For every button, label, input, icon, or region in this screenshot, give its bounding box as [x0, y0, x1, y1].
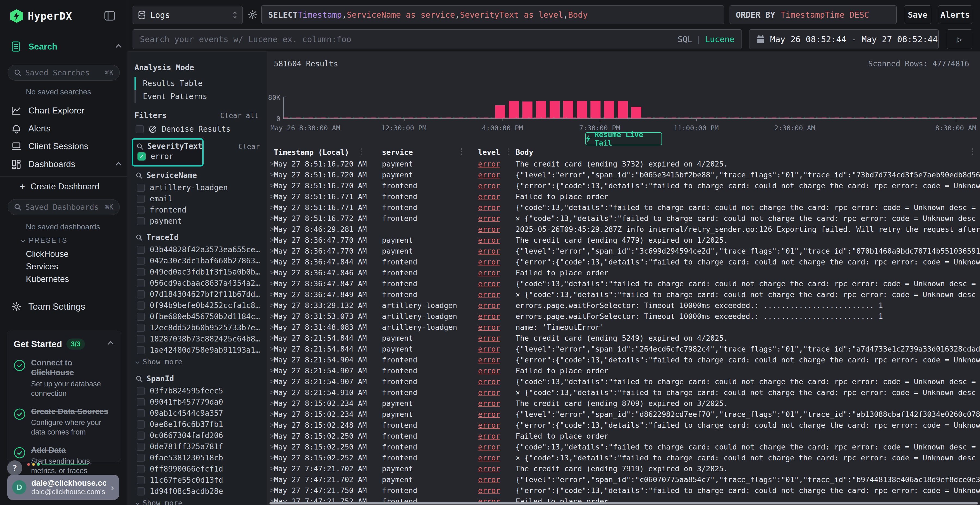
table-row[interactable]: >May 27 8:51:16.772 AMfrontenderror× {"c…	[267, 213, 980, 224]
sql-select-input[interactable]: SELECT Timestamp, ServiceName as service…	[261, 5, 724, 24]
row-expand-chevron[interactable]: >	[270, 454, 274, 462]
table-row[interactable]: >May 27 8:21:54.844 AMpaymenterrorThe cr…	[267, 332, 980, 343]
row-expand-chevron[interactable]: >	[270, 291, 274, 298]
filter-option[interactable]: email	[135, 193, 264, 204]
checkbox-unchecked[interactable]	[137, 217, 145, 225]
sidebar-item-kubernetes[interactable]: Kubernetes	[26, 274, 69, 284]
checkbox-unchecked[interactable]	[137, 195, 145, 203]
filter-option[interactable]: 0c0667304fafd206	[135, 430, 264, 441]
filter-option[interactable]: 0ff8990066efcf1d	[135, 464, 264, 475]
table-row[interactable]: >May 27 8:51:16.720 AMpaymenterror{"leve…	[267, 169, 980, 180]
chevron-up-icon[interactable]	[108, 341, 113, 347]
checkbox-unchecked[interactable]	[137, 268, 145, 276]
filter-option[interactable]: 0fbe680eb456750b2d1184c…	[135, 311, 264, 322]
show-more-button[interactable]: Show more	[135, 497, 264, 505]
severity-clear-button[interactable]: Clear	[239, 143, 260, 151]
row-expand-chevron[interactable]: >	[270, 497, 274, 502]
table-row[interactable]: >May 27 8:51:16.720 AMpaymenterrorThe cr…	[267, 158, 980, 169]
filter-option[interactable]: 1ae42480d758e9ab91193a1…	[135, 345, 264, 356]
alerts-button[interactable]: Alerts	[938, 5, 972, 24]
filter-option[interactable]: 03b44828f42a3573ea655ce…	[135, 244, 264, 255]
row-expand-chevron[interactable]: >	[270, 203, 274, 211]
checkbox-unchecked[interactable]	[137, 387, 145, 395]
row-expand-chevron[interactable]: >	[270, 160, 274, 168]
row-expand-chevron[interactable]: >	[270, 182, 274, 189]
help-button[interactable]: ?	[7, 461, 22, 476]
checkbox-checked[interactable]: ✓	[137, 152, 146, 160]
table-row[interactable]: >May 27 8:15:02.250 AMfrontenderror{"cod…	[267, 441, 980, 452]
row-expand-chevron[interactable]: >	[270, 269, 274, 276]
row-expand-chevron[interactable]: >	[270, 302, 274, 309]
filter-option[interactable]: 07d184304627bf2f11b67dd…	[135, 289, 264, 300]
tab-event-patterns[interactable]: Event Patterns	[134, 90, 207, 103]
table-row[interactable]: >May 27 8:36:47.846 AMfrontenderrorFaile…	[267, 267, 980, 278]
filter-group-title[interactable]: SeverityText	[147, 142, 202, 151]
checkbox-unchecked[interactable]	[137, 454, 145, 462]
checkbox-unchecked[interactable]	[137, 409, 145, 418]
filter-option[interactable]: 09041fb457779da0	[135, 397, 264, 408]
checkbox-unchecked[interactable]	[137, 206, 145, 214]
denoise-results-toggle[interactable]: Denoise Results	[135, 125, 231, 133]
row-expand-chevron[interactable]: >	[270, 465, 274, 472]
source-settings-gear-icon[interactable]	[245, 6, 260, 23]
table-row[interactable]: >May 27 8:15:02.248 AMfrontenderror{"err…	[267, 419, 980, 430]
column-header-body[interactable]: Body	[515, 148, 533, 156]
table-row[interactable]: >May 27 8:33:29.132 AMartillery-loadgene…	[267, 300, 980, 311]
checkbox-unchecked[interactable]	[137, 257, 145, 265]
resume-live-tail-button[interactable]: Resume Live Tail	[585, 132, 662, 145]
logo[interactable]: HyperDX	[10, 9, 72, 23]
table-row[interactable]: >May 27 8:31:53.073 AMartillery-loadgene…	[267, 311, 980, 322]
sidebar-collapse-icon[interactable]	[104, 11, 115, 21]
row-expand-chevron[interactable]: >	[270, 486, 274, 494]
get-started-step[interactable]: Connect to ClickHouse Set up your databa…	[14, 358, 115, 399]
row-expand-chevron[interactable]: >	[270, 334, 274, 342]
table-row[interactable]: >May 27 7:47:21.702 AMpaymenterror{"leve…	[267, 474, 980, 485]
table-row[interactable]: >May 27 7:47:21.750 AMfrontenderror{"err…	[267, 485, 980, 496]
show-more-button[interactable]: Show more	[135, 356, 264, 368]
table-row[interactable]: >May 27 8:36:47.849 AMfrontenderror× {"c…	[267, 289, 980, 300]
sidebar-item-team-settings[interactable]: Team Settings	[11, 302, 85, 312]
filter-group-title[interactable]: SpanId	[146, 374, 174, 383]
results-histogram[interactable]: 80K 0 May 26 8:30:00 AM12:30:00 PM4:00:0…	[267, 71, 980, 133]
checkbox-unchecked[interactable]	[137, 398, 145, 406]
filter-option[interactable]: 1d94f08c5acdb28e	[135, 486, 264, 497]
table-row[interactable]: >May 27 8:51:16.771 AMfrontenderrorFaile…	[267, 191, 980, 202]
table-row[interactable]: >May 27 7:47:21.702 AMpaymenterrorThe cr…	[267, 463, 980, 474]
row-expand-chevron[interactable]: >	[270, 323, 274, 331]
table-row[interactable]: >May 27 7:47:21.752 AMfrontenderrorFaile…	[267, 496, 980, 502]
table-row[interactable]: >May 27 8:46:29.281 AMerror2025-05-26T09…	[267, 224, 980, 235]
filter-option[interactable]: 0f94b9befe0b4252ccfa1c8…	[135, 300, 264, 311]
checkbox-unchecked[interactable]	[137, 184, 145, 192]
filter-option[interactable]: 042a30c3dc1baf660b27863…	[135, 255, 264, 266]
filter-option[interactable]: artillery-loadgen	[135, 182, 264, 193]
source-select[interactable]: Logs	[132, 6, 243, 24]
row-expand-chevron[interactable]: >	[270, 367, 274, 375]
tab-results-table[interactable]: Results Table	[134, 77, 207, 90]
run-query-button[interactable]: ▷	[947, 29, 972, 49]
filter-option[interactable]: 049ed0ac3fdb1f3f15a0b0b…	[135, 266, 264, 278]
table-row[interactable]: >May 27 8:51:16.771 AMfrontenderror{"cod…	[267, 202, 980, 213]
get-started-step[interactable]: Add Data Start sending logs, metrics, or…	[14, 445, 115, 476]
table-row[interactable]: >May 27 8:21:54.904 AMfrontenderror{"err…	[267, 354, 980, 365]
filter-option[interactable]: 0ae8e1f6c6b37fb1	[135, 419, 264, 430]
checkbox-unchecked[interactable]	[137, 324, 145, 332]
checkbox-unchecked[interactable]	[137, 432, 145, 440]
log-table[interactable]: >May 27 8:51:16.720 AMpaymenterrorThe cr…	[267, 158, 980, 502]
date-range-picker[interactable]: May 26 08:52:44 - May 27 08:52:44	[749, 29, 939, 49]
filter-option-error[interactable]: ✓ error	[136, 151, 199, 162]
row-expand-chevron[interactable]: >	[270, 258, 274, 265]
row-expand-chevron[interactable]: >	[270, 247, 274, 255]
horizontal-scrollbar[interactable]	[269, 502, 978, 505]
filter-option[interactable]: 056cd9acbaac8637a4354a2…	[135, 278, 264, 289]
table-row[interactable]: >May 27 8:21:54.844 AMpaymenterror{"leve…	[267, 343, 980, 354]
saved-searches-input[interactable]: Saved Searches ⌘K	[8, 65, 120, 81]
user-account-chip[interactable]: D dale@clickhouse.com dale@clickhouse.co…	[7, 475, 119, 500]
row-expand-chevron[interactable]: >	[270, 312, 274, 320]
row-expand-chevron[interactable]: >	[270, 410, 274, 418]
table-row[interactable]: >May 27 8:21:54.910 AMfrontenderror× {"c…	[267, 387, 980, 398]
checkbox-unchecked[interactable]	[137, 279, 145, 287]
create-dashboard-button[interactable]: + Create Dashboard	[20, 181, 99, 192]
table-row[interactable]: >May 27 8:31:48.083 AMartillery-loadgene…	[267, 322, 980, 332]
column-header-timestamp[interactable]: Timestamp (Local)	[274, 148, 349, 156]
column-header-service[interactable]: service	[382, 148, 413, 156]
